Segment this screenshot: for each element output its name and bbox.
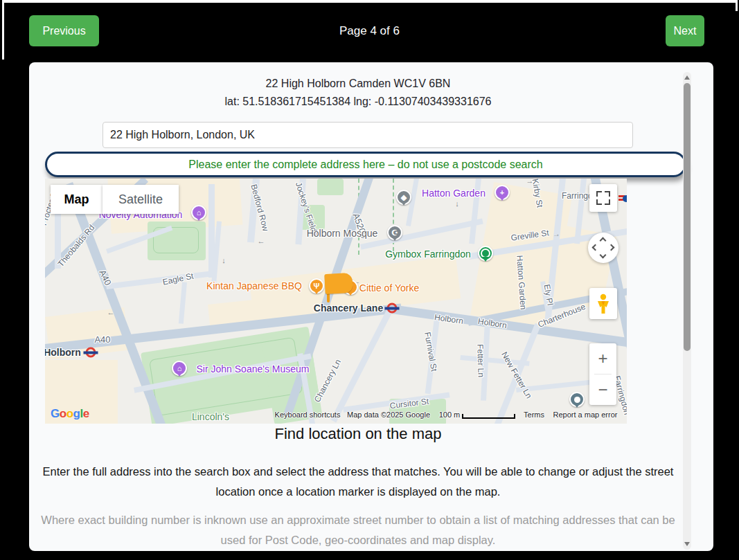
education-pin[interactable]: ◆ <box>396 190 411 205</box>
selected-address-text: 22 High Holborn Camden WC1V 6BN <box>29 78 687 90</box>
map-label: Holborn Mosque <box>307 228 378 239</box>
page-title: Page 4 of 6 <box>0 24 739 38</box>
map-data-attribution: Map data ©2025 Google <box>347 410 430 419</box>
one-way-arrow-icon: ↓ <box>455 199 459 208</box>
zoom-out-button[interactable]: − <box>589 374 616 405</box>
hatton-garden-church-pin[interactable]: + <box>495 185 510 200</box>
chancery-lane-roundel <box>387 303 398 314</box>
road <box>360 219 483 250</box>
pan-control[interactable] <box>588 233 618 263</box>
pan-down-icon <box>600 252 607 259</box>
road <box>179 282 187 323</box>
place-pin[interactable] <box>569 392 585 407</box>
scrollbar[interactable] <box>683 72 691 550</box>
instructions-text: Enter the full address into the search b… <box>29 462 688 502</box>
form-card: 22 High Holborn Camden WC1V 6BN lat: 51.… <box>29 62 713 551</box>
google-logo-letter: g <box>73 407 80 420</box>
holborn-roundel <box>86 347 96 358</box>
scale-bar <box>462 414 515 419</box>
coordinates-text: lat: 51.518361715451384 lng: -0.11307403… <box>29 96 687 108</box>
edge-highlight <box>4 0 737 3</box>
pegman-icon <box>596 293 611 314</box>
zoom-control: + − <box>589 343 616 405</box>
google-logo-letter: G <box>51 407 60 420</box>
location-marker-flag-icon[interactable] <box>324 273 353 294</box>
fullscreen-icon <box>605 199 610 205</box>
pan-left-icon <box>592 244 599 251</box>
kintan-restaurant-pin[interactable]: Ψ <box>309 278 324 293</box>
google-map[interactable]: ←←↓←→↓→↓ Theobalds RdProcter StBedford R… <box>45 179 627 424</box>
next-button[interactable]: Next <box>666 15 704 46</box>
map-label: Sir John Soane's Museum <box>197 363 310 374</box>
map-label: Lincoln's <box>192 411 229 422</box>
gymbox-pin[interactable] <box>478 246 493 261</box>
map-type-map-button[interactable]: Map <box>51 185 103 214</box>
scrollbar-thumb[interactable] <box>684 83 691 351</box>
page: Previous Page 4 of 6 Next 22 High Holbor… <box>0 0 739 560</box>
edge-highlight <box>736 0 738 11</box>
pan-right-icon <box>608 244 615 251</box>
google-logo-letter: e <box>83 407 89 420</box>
road <box>106 271 217 289</box>
google-logo[interactable]: Google <box>51 407 89 421</box>
terms-link[interactable]: Terms <box>524 410 544 419</box>
map-label: New Fetter Ln <box>499 350 534 400</box>
google-logo-letter: o <box>60 407 66 420</box>
map-label: Gymbox Farringdon <box>385 249 471 260</box>
scroll-up-icon[interactable] <box>684 75 690 80</box>
novelty-automation-pin[interactable]: ⌂ <box>191 205 206 220</box>
park-area <box>317 179 344 195</box>
map-type-satellite-button[interactable]: Satellite <box>103 185 179 214</box>
note-text: Where exact building number is inknown u… <box>29 510 688 550</box>
road <box>460 355 529 366</box>
section-heading: Find location on the map <box>29 425 687 443</box>
address-search-input[interactable] <box>103 122 633 148</box>
report-map-error-link[interactable]: Report a map error <box>553 410 618 419</box>
street-view-pegman[interactable] <box>589 288 617 319</box>
fullscreen-icon <box>596 199 602 205</box>
fullscreen-icon <box>596 191 602 197</box>
google-logo-letter: o <box>66 407 73 420</box>
clipped-poi-icon <box>623 195 627 202</box>
sir-john-soanes-museum-pin[interactable]: ⌂ <box>172 361 187 376</box>
map-label: A40 <box>94 334 110 345</box>
fullscreen-icon <box>605 191 610 197</box>
map-label: Holborn <box>45 347 81 358</box>
map-label: Fetter Ln <box>475 344 486 377</box>
one-way-arrow-icon: ← <box>258 237 265 245</box>
zoom-in-button[interactable]: + <box>589 343 616 374</box>
map-label: Kintan Japanese BBQ <box>206 280 302 291</box>
address-notice: Please enter the complete address here –… <box>45 152 686 177</box>
one-way-arrow-icon: ↓ <box>222 256 226 264</box>
one-way-arrow-icon: ← <box>107 308 115 316</box>
map-label: Cittie of Yorke <box>359 282 419 293</box>
pan-up-icon <box>600 237 607 244</box>
map-label: Eagle St <box>161 271 194 287</box>
scale-label: 100 m <box>439 410 461 419</box>
map-label: Hatton Garden <box>422 188 486 199</box>
map-label: Chancery Lane <box>314 302 383 314</box>
fullscreen-button[interactable] <box>589 184 617 212</box>
one-way-arrow-icon: → <box>552 229 561 238</box>
keyboard-shortcuts-link[interactable]: Keyboard shortcuts <box>275 410 341 419</box>
scroll-down-icon[interactable] <box>684 542 690 546</box>
holborn-mosque-pin[interactable]: ☪ <box>387 225 402 240</box>
